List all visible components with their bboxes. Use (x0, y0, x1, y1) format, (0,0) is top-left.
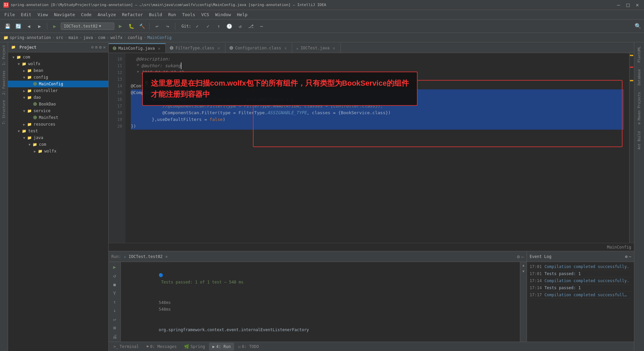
run-right-down[interactable]: ▼ (521, 269, 526, 274)
tree-item-mainconfig[interactable]: 🅒 MainConfig (8, 81, 108, 87)
database-tab[interactable]: Database (637, 67, 642, 88)
menu-edit[interactable]: Edit (18, 11, 34, 18)
git-check-button[interactable]: ✓ (193, 21, 202, 31)
tree-item-controller[interactable]: ▶ 📁 controller (8, 87, 108, 94)
tree-item-config[interactable]: ▼ 📁 config (8, 74, 108, 81)
tree-item-com2[interactable]: ▼ 📁 com (8, 141, 108, 148)
git-push-button[interactable]: ↑ (214, 21, 223, 31)
event-log-settings[interactable]: ⚙ (625, 254, 628, 259)
run-minimize-button[interactable]: – (521, 254, 524, 259)
run-tab-close[interactable]: ✕ (165, 254, 168, 259)
tree-item-wolfx2[interactable]: ▶ 📁 wolfx (8, 148, 108, 155)
run-wrap-button[interactable]: ↵ (111, 315, 119, 323)
sync-with-editor-button[interactable]: ⊙ (91, 45, 94, 50)
run-stop-button[interactable]: ◼ (111, 281, 119, 288)
close-button[interactable]: ✕ (634, 2, 641, 8)
menu-build[interactable]: Build (146, 11, 165, 18)
tab-close-mainconfig[interactable]: ✕ (157, 46, 161, 51)
tree-item-bookdao[interactable]: 🅒 BookDao (8, 101, 108, 107)
breadcrumb-mainconfig[interactable]: MainConfig (147, 35, 171, 40)
breadcrumb-com[interactable]: com (98, 35, 105, 40)
git-branch-button[interactable]: ⎇ (246, 21, 256, 31)
tree-item-service[interactable]: ▼ 📁 service (8, 107, 108, 114)
ant-tab[interactable]: Ant Build (637, 129, 642, 152)
breadcrumb-main[interactable]: main (68, 35, 78, 40)
run-scroll-down-button[interactable]: ↓ (111, 307, 119, 314)
hide-panel-button[interactable]: ✕ (103, 45, 106, 50)
tree-item-maintest[interactable]: 🅒 MainTest (8, 114, 108, 121)
tab-ioctest[interactable]: ☕ IOCTest.java ✕ (292, 43, 340, 53)
tab-terminal[interactable]: >_ Terminal (110, 343, 142, 351)
tree-item-resources[interactable]: ▶ 📁 resources (8, 121, 108, 128)
run-play-button[interactable]: ▶ (111, 263, 119, 271)
tree-item-wolfx[interactable]: ▼ 📁 wolfx (8, 60, 108, 67)
plantuml-tab[interactable]: PlantUML (637, 44, 642, 65)
tab-todo[interactable]: ☑ 6: TODO (235, 343, 262, 351)
git-history-button[interactable]: 🕐 (225, 21, 234, 31)
tab-close-configuration[interactable]: ✕ (283, 45, 288, 51)
run-config-dropdown[interactable]: IOCTest.test02 ▼ (61, 23, 114, 30)
breadcrumb-src[interactable]: src (56, 35, 63, 40)
menu-window[interactable]: Window (213, 11, 234, 18)
structure-tool-tab[interactable]: 7: Structure (1, 97, 6, 127)
menu-view[interactable]: View (35, 11, 51, 18)
tree-item-dao[interactable]: ▼ 📁 dao (8, 94, 108, 101)
menu-refactor[interactable]: Refactor (119, 11, 146, 18)
tree-item-com[interactable]: ▼ 📁 com (8, 54, 108, 60)
menu-navigate[interactable]: Navigate (51, 11, 78, 18)
tab-close-ioctest[interactable]: ✕ (332, 45, 336, 51)
code-content[interactable]: @description: * @author: sukang| * 2019-… (125, 53, 629, 243)
log-text-3[interactable]: Compilation completed successfully. (544, 278, 629, 283)
git-revert-button[interactable]: ↺ (235, 21, 245, 31)
tree-item-bean[interactable]: ▶ 📁 bean (8, 67, 108, 74)
project-tool-tab[interactable]: 1: Project (1, 42, 6, 68)
log-text-5[interactable]: Compilation completed successfull… (544, 293, 627, 297)
run-button[interactable]: ▶ (116, 21, 125, 31)
undo-button[interactable]: ↩ (152, 21, 162, 31)
tab-filtertype[interactable]: 🅒 FilterType.class ✕ (166, 43, 225, 53)
global-search-button[interactable]: 🔍 (635, 23, 641, 29)
minimize-button[interactable]: – (615, 2, 622, 8)
menu-code[interactable]: Code (78, 11, 94, 18)
tree-item-test[interactable]: ▼ 📁 test (8, 128, 108, 134)
gutter-mark-1[interactable] (630, 55, 633, 56)
run-rerun-button[interactable]: ↺ (111, 272, 119, 279)
title-controls[interactable]: – □ ✕ (615, 2, 641, 8)
tab-close-filtertype[interactable]: ✕ (216, 45, 221, 51)
git-more-button[interactable]: ⋯ (257, 21, 266, 31)
tab-configuration[interactable]: 🅒 Configuration.class ✕ (225, 43, 292, 53)
run-filter-button[interactable]: Y (111, 290, 119, 297)
breadcrumb-project[interactable]: spring-annotation (10, 35, 51, 40)
run-tree-button[interactable]: ⊞ (111, 324, 119, 332)
favorites-tool-tab[interactable]: 2: Favorites (1, 68, 6, 97)
redo-button[interactable]: ↪ (163, 21, 172, 31)
tree-item-java2[interactable]: ▼ 📁 java (8, 134, 108, 141)
breadcrumb-java[interactable]: java (83, 35, 93, 40)
run-settings-button[interactable]: ⚙ (517, 254, 520, 259)
sync-button[interactable]: 🔄 (13, 21, 23, 31)
menu-help[interactable]: Help (234, 11, 250, 18)
tab-spring[interactable]: 🌿 Spring (181, 343, 208, 351)
menu-run[interactable]: Run (165, 11, 178, 18)
run-right-up[interactable]: ▲ (521, 263, 526, 268)
back-button[interactable]: ◀ (24, 21, 34, 31)
tab-run[interactable]: ▶ 4: Run (209, 343, 234, 351)
build-button[interactable]: 🔨 (137, 21, 147, 31)
log-text-1[interactable]: Compilation completed successfully. (544, 264, 629, 269)
collapse-all-button[interactable]: ≡ (95, 45, 98, 50)
save-button[interactable]: 💾 (3, 21, 12, 31)
event-log-minimize[interactable]: – (629, 254, 631, 259)
git-commit-button[interactable]: ✓ (203, 21, 213, 31)
menu-tools[interactable]: Tools (179, 11, 198, 18)
breadcrumb-wolfx[interactable]: wolfx (110, 35, 122, 40)
maximize-button[interactable]: □ (625, 2, 631, 8)
breadcrumb-config[interactable]: config (128, 35, 142, 40)
tab-messages[interactable]: ⚑ 0: Messages (143, 343, 180, 351)
run-print-button[interactable]: 🖨 (111, 333, 119, 340)
tab-mainconfig[interactable]: 🅒 MainConfig.java ✕ (109, 43, 166, 53)
maven-tab[interactable]: m Maven Projects (637, 89, 642, 127)
settings-button[interactable]: ⚙ (99, 45, 102, 50)
forward-button[interactable]: ▶ (35, 21, 44, 31)
run-scroll-up-button[interactable]: ↑ (111, 298, 119, 306)
gutter-mark-3[interactable] (630, 80, 633, 81)
